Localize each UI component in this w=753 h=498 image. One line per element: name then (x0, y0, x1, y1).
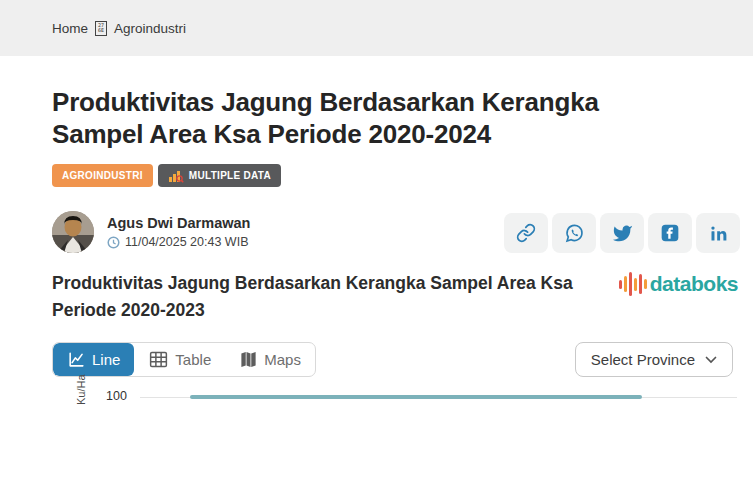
multiple-data-badge[interactable]: MULTIPLE DATA (158, 164, 281, 187)
clock-icon (107, 236, 120, 249)
y-axis-label: Ku/Ha (75, 371, 87, 405)
share-twitter-button[interactable] (600, 213, 644, 253)
multiple-data-label: MULTIPLE DATA (189, 170, 271, 181)
article-page: Home 27 6E Agroindustri Produktivitas Ja… (0, 0, 753, 498)
facebook-icon (660, 223, 680, 243)
share-facebook-button[interactable] (648, 213, 692, 253)
twitter-icon (612, 223, 633, 244)
breadcrumb-separator-missing-glyph-icon: 27 6E (95, 21, 107, 36)
author-block: Agus Dwi Darmawan 11/04/2025 20:43 WIB (52, 211, 250, 253)
province-select-label: Select Province (591, 351, 695, 368)
chart-search-icon (168, 169, 184, 183)
chevron-down-icon (705, 356, 717, 364)
maps-icon (239, 350, 258, 369)
author-avatar[interactable] (52, 211, 94, 253)
linkedin-icon (708, 223, 729, 244)
publish-date: 11/04/2025 20:43 WIB (125, 235, 248, 249)
tofu-hex-row2: 6E (96, 28, 106, 34)
avatar-photo (52, 211, 94, 253)
share-whatsapp-button[interactable] (552, 213, 596, 253)
breadcrumb-category-link[interactable]: Agroindustri (114, 21, 186, 36)
tab-table[interactable]: Table (134, 343, 225, 376)
link-icon (516, 223, 536, 243)
breadcrumb: Home 27 6E Agroindustri (52, 21, 186, 36)
tab-maps[interactable]: Maps (225, 343, 315, 376)
tab-line-label: Line (92, 351, 120, 368)
databoks-wordmark: databoks (650, 272, 738, 296)
tab-maps-label: Maps (264, 351, 301, 368)
y-axis-tick-100: 100 (106, 389, 127, 403)
province-select[interactable]: Select Province (575, 342, 733, 377)
line-chart-icon (67, 350, 86, 369)
author-info: Agus Dwi Darmawan 11/04/2025 20:43 WIB (107, 215, 250, 249)
databoks-logo-mark-icon (619, 271, 647, 297)
publish-date-row: 11/04/2025 20:43 WIB (107, 235, 250, 249)
chart-title: Produktivitas Jagung Berdasarkan Kerangk… (52, 270, 617, 324)
copy-link-button[interactable] (504, 213, 548, 253)
share-linkedin-button[interactable] (696, 213, 740, 253)
tab-table-label: Table (175, 351, 211, 368)
share-buttons (504, 213, 740, 253)
tag-badges: AGROINDUSTRI MULTIPLE DATA (52, 164, 281, 187)
table-icon (148, 349, 169, 370)
page-title: Produktivitas Jagung Berdasarkan Kerangk… (52, 86, 664, 150)
chart-series-line[interactable] (190, 395, 642, 399)
whatsapp-icon (564, 223, 585, 244)
breadcrumb-bar: Home 27 6E Agroindustri (0, 0, 753, 56)
category-badge[interactable]: AGROINDUSTRI (52, 164, 153, 187)
breadcrumb-home-link[interactable]: Home (52, 21, 88, 36)
tab-line[interactable]: Line (53, 343, 134, 376)
databoks-logo: databoks (619, 271, 738, 297)
chart-view-tabs: Line Table Maps (52, 342, 316, 377)
author-name[interactable]: Agus Dwi Darmawan (107, 215, 250, 231)
